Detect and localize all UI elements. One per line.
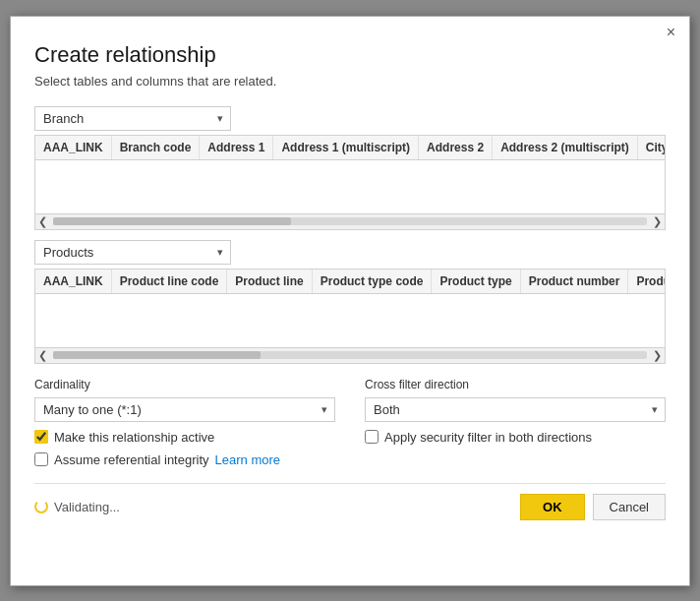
branch-col-branch-code: Branch code	[112, 136, 201, 159]
products-section: Branch Products AAA_LINK Product line co…	[34, 240, 666, 364]
branch-scroll-right-icon[interactable]: ❯	[653, 215, 662, 228]
cross-filter-dropdown[interactable]: Both Single	[365, 397, 666, 422]
cardinality-label: Cardinality	[34, 378, 335, 391]
dialog-footer: Validating... OK Cancel	[34, 483, 666, 520]
branch-col-city: City	[638, 136, 666, 159]
branch-section: Branch Products AAA_LINK Branch code Add…	[34, 106, 666, 230]
bottom-section: Cardinality Many to one (*:1) One to one…	[34, 378, 666, 467]
products-scroll-track[interactable]	[53, 351, 647, 359]
branch-table-header: AAA_LINK Branch code Address 1 Address 1…	[35, 136, 665, 160]
bottom-left: Cardinality Many to one (*:1) One to one…	[34, 378, 335, 467]
prod-col-product: Product	[628, 270, 666, 293]
dialog-body: Create relationship Select tables and co…	[11, 42, 689, 536]
prod-col-line-code: Product line code	[112, 270, 228, 293]
products-table-header: AAA_LINK Product line code Product line …	[35, 270, 665, 294]
branch-col-address1: Address 1	[200, 136, 273, 159]
branch-dropdown[interactable]: Branch Products	[34, 106, 231, 131]
branch-col-address2: Address 2	[419, 136, 493, 159]
products-dropdown-wrapper: Branch Products	[34, 240, 231, 265]
branch-dropdown-wrapper: Branch Products	[34, 106, 231, 131]
cross-filter-label: Cross filter direction	[365, 378, 666, 391]
title-bar: ×	[11, 17, 689, 42]
branch-scroll-left-icon[interactable]: ❮	[38, 215, 47, 228]
active-checkbox-row: Make this relationship active	[34, 430, 335, 445]
products-scrollbar[interactable]: ❮ ❯	[35, 347, 665, 363]
footer-buttons: OK Cancel	[520, 494, 666, 520]
branch-table-body	[35, 160, 665, 213]
validating-label: Validating...	[54, 500, 120, 514]
branch-scroll-thumb[interactable]	[53, 217, 291, 225]
prod-col-line: Product line	[227, 270, 312, 293]
integrity-label: Assume referential integrity	[54, 452, 209, 467]
integrity-checkbox-row: Assume referential integrity Learn more	[34, 452, 335, 467]
prod-col-type-code: Product type code	[313, 270, 433, 293]
create-relationship-dialog: × Create relationship Select tables and …	[10, 16, 690, 586]
products-table-body	[35, 294, 665, 347]
cardinality-dropdown-wrapper: Many to one (*:1) One to one (1:1) One t…	[34, 397, 335, 422]
validating-icon	[34, 500, 48, 513]
close-button[interactable]: ×	[661, 23, 681, 42]
branch-table: AAA_LINK Branch code Address 1 Address 1…	[34, 135, 666, 230]
branch-col-aaa-link: AAA_LINK	[35, 136, 112, 159]
dialog-subtitle: Select tables and columns that are relat…	[34, 74, 666, 89]
prod-col-type: Product type	[432, 270, 520, 293]
active-checkbox[interactable]	[34, 430, 48, 444]
prod-col-number: Product number	[521, 270, 629, 293]
validating-status: Validating...	[34, 500, 120, 514]
security-label: Apply security filter in both directions	[384, 430, 592, 445]
branch-col-address1-multi: Address 1 (multiscript)	[273, 136, 419, 159]
cross-filter-dropdown-wrapper: Both Single	[365, 397, 666, 422]
cancel-button[interactable]: Cancel	[593, 494, 666, 520]
branch-scroll-track[interactable]	[53, 217, 647, 225]
products-scroll-left-icon[interactable]: ❮	[38, 349, 47, 362]
branch-dropdown-row: Branch Products	[34, 106, 666, 131]
products-dropdown-row: Branch Products	[34, 240, 666, 265]
ok-button[interactable]: OK	[520, 494, 585, 520]
dialog-title: Create relationship	[34, 42, 666, 68]
products-dropdown[interactable]: Branch Products	[34, 240, 231, 265]
products-scroll-thumb[interactable]	[53, 351, 261, 359]
cardinality-dropdown[interactable]: Many to one (*:1) One to one (1:1) One t…	[34, 397, 335, 422]
integrity-checkbox[interactable]	[34, 452, 48, 466]
products-table: AAA_LINK Product line code Product line …	[34, 269, 666, 364]
products-scroll-right-icon[interactable]: ❯	[653, 349, 662, 362]
learn-more-link[interactable]: Learn more	[215, 452, 280, 467]
security-checkbox-row: Apply security filter in both directions	[365, 430, 666, 445]
branch-scrollbar[interactable]: ❮ ❯	[35, 213, 665, 229]
active-label: Make this relationship active	[54, 430, 214, 445]
branch-col-address2-multi: Address 2 (multiscript)	[493, 136, 638, 159]
bottom-right: Cross filter direction Both Single Apply…	[365, 378, 666, 467]
security-checkbox[interactable]	[365, 430, 379, 444]
prod-col-aaa-link: AAA_LINK	[35, 270, 112, 293]
